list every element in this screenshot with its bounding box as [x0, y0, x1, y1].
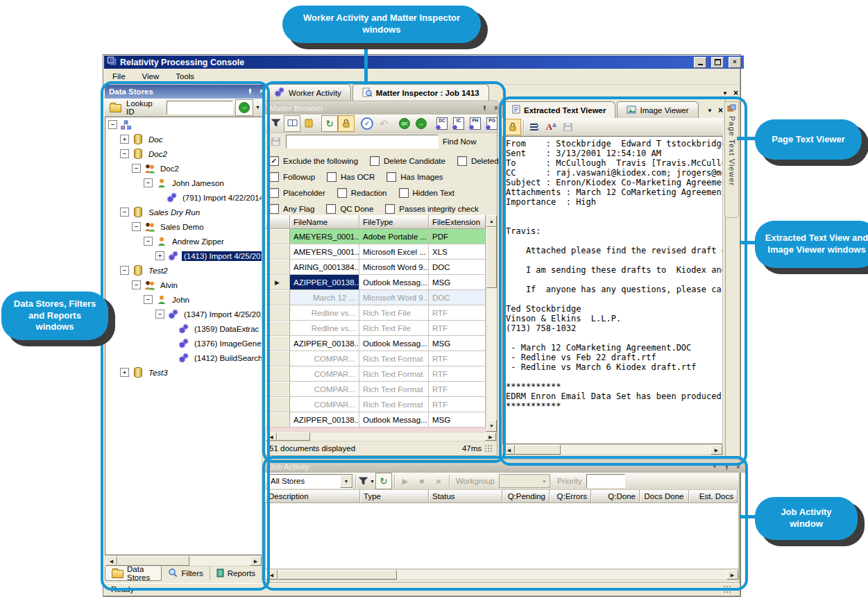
- scroll-thumb[interactable]: [486, 227, 497, 288]
- cell-filename[interactable]: COMPAR...: [290, 366, 359, 382]
- bottom-tab-filters[interactable]: Filters: [162, 566, 210, 580]
- table-row[interactable]: March 12 ...Microsoft Word 9...DOC: [265, 290, 486, 305]
- cell-filetype[interactable]: Outlook Messag...: [359, 336, 429, 351]
- table-row[interactable]: COMPAR...Rich Text FormatRTF: [265, 397, 486, 412]
- collapse-icon[interactable]: −: [144, 237, 153, 246]
- cell-filetype[interactable]: Microsoft Word 9...: [359, 260, 429, 275]
- tree-item--1376-imagegene[interactable]: (1376) ImageGene: [105, 336, 262, 351]
- cell-filename[interactable]: AMEYERS_0001...: [290, 229, 359, 244]
- open-store-button[interactable]: [107, 99, 124, 116]
- scroll-left-icon[interactable]: ◀: [266, 570, 278, 580]
- cell-filetype[interactable]: Rich Text Format: [359, 382, 429, 397]
- checkbox-box[interactable]: [327, 172, 337, 182]
- job-column-header-q-pending[interactable]: Q:Pending: [502, 490, 550, 503]
- collapse-icon[interactable]: −: [120, 208, 129, 217]
- checkbox-box[interactable]: [269, 204, 279, 214]
- checkbox-passes-integrity-check[interactable]: Passes integrity check: [385, 204, 478, 214]
- pin-icon[interactable]: [479, 104, 489, 113]
- cell-filename[interactable]: AZIPPER_00138...: [290, 336, 359, 351]
- checkbox-qc-done[interactable]: QC Done: [326, 204, 373, 214]
- row-header[interactable]: [265, 244, 290, 260]
- row-header[interactable]: [265, 382, 290, 397]
- tree-item--1412-buildsearch[interactable]: (1412) BuildSearch: [105, 351, 262, 365]
- qc-button[interactable]: QC: [396, 115, 413, 132]
- cell-filetype[interactable]: Rich Text Format: [359, 351, 429, 366]
- scroll-up-icon[interactable]: ▲: [486, 215, 497, 227]
- checkbox-any-flag[interactable]: Any Flag: [269, 204, 314, 214]
- job-column-header-q-done[interactable]: Q:Done: [591, 490, 640, 503]
- cell-fileextension[interactable]: RTF: [429, 382, 486, 397]
- tree-item-andrew-zipper[interactable]: −Andrew Zipper: [105, 234, 262, 248]
- chevron-down-icon[interactable]: ▼: [722, 90, 728, 96]
- lock-button[interactable]: [338, 115, 355, 132]
- cell-fileextension[interactable]: RTF: [429, 305, 486, 321]
- extracted-text-area[interactable]: From : Stockbridge Edward T tstockbridge…: [502, 136, 723, 444]
- checkbox-redaction[interactable]: Redaction: [337, 188, 387, 198]
- tab-matter-inspector-job-1413[interactable]: Matter Inspector : Job 1413: [352, 84, 489, 101]
- checkbox-box[interactable]: [326, 204, 336, 214]
- store-filter-combobox[interactable]: All Stores ▼: [267, 474, 353, 489]
- cell-fileextension[interactable]: XLS: [429, 244, 486, 260]
- close-icon[interactable]: ×: [733, 88, 738, 98]
- cell-filename[interactable]: COMPAR...: [290, 397, 359, 412]
- expand-icon[interactable]: +: [120, 368, 129, 377]
- start-job-button[interactable]: ▶: [397, 473, 414, 489]
- tree-item-doc2[interactable]: −Doc2: [105, 146, 262, 161]
- minimize-button[interactable]: [694, 57, 706, 68]
- cell-filetype[interactable]: Microsoft Excel ...: [359, 244, 429, 260]
- menu-item-file[interactable]: File: [104, 69, 134, 83]
- checkbox-placeholder[interactable]: Placeholder: [269, 188, 325, 198]
- cell-filetype[interactable]: Rich Text Format: [359, 366, 429, 382]
- tree-item-sales-dry-run[interactable]: −Sales Dry Run: [105, 205, 262, 219]
- title-bar[interactable]: Relativity Processing Console ×: [104, 56, 744, 69]
- refresh-button[interactable]: ↻: [321, 115, 338, 132]
- cell-fileextension[interactable]: MSG: [429, 412, 486, 428]
- checkbox-box[interactable]: [399, 188, 409, 198]
- table-row[interactable]: ARING_0001384...Microsoft Word 9...DOC: [265, 260, 486, 275]
- grid-vscrollbar[interactable]: ▲ ▼: [486, 215, 497, 432]
- scroll-down-icon[interactable]: ▼: [486, 420, 497, 432]
- scroll-right-icon[interactable]: ▶: [710, 445, 722, 455]
- job-column-header-q-errors[interactable]: Q:Errors: [550, 490, 591, 503]
- tab-image-viewer[interactable]: Image Viewer: [617, 101, 698, 118]
- row-header[interactable]: [265, 351, 290, 366]
- checkbox-exclude-the-following[interactable]: ✓Exclude the following: [269, 156, 358, 166]
- scroll-left-icon[interactable]: ◀: [105, 556, 117, 566]
- checkbox-has-images[interactable]: Has Images: [386, 172, 443, 182]
- column-header-filetype[interactable]: FileType: [359, 215, 429, 229]
- priority-input[interactable]: [586, 474, 625, 488]
- resize-grip[interactable]: [723, 585, 731, 593]
- lookup-input[interactable]: [167, 101, 233, 115]
- tree-item-sales-demo[interactable]: −Sales Demo: [105, 219, 262, 234]
- viewer-hscrollbar[interactable]: ◀ ▶: [502, 444, 723, 455]
- tree-item-test2[interactable]: −Test2: [105, 263, 262, 278]
- table-row[interactable]: AMEYERS_0001...Microsoft Excel ...XLS: [265, 244, 486, 260]
- job-column-header-description[interactable]: Description: [265, 490, 360, 503]
- tree-item-alvin[interactable]: −Alvin: [105, 278, 262, 292]
- checkbox-has-ocr[interactable]: Has OCR: [327, 172, 375, 182]
- cell-filetype[interactable]: Outlook Messag...: [359, 275, 429, 290]
- cell-fileextension[interactable]: DOC: [429, 290, 486, 305]
- cell-fileextension[interactable]: PDF: [429, 229, 486, 244]
- tree-item-john-jameson[interactable]: −John Jameson: [105, 176, 262, 190]
- cell-fileextension[interactable]: RTF: [429, 351, 486, 366]
- tree-item--1347-import-4-25-201[interactable]: −(1347) Import 4/25/201: [105, 307, 262, 321]
- row-header[interactable]: [265, 321, 290, 336]
- lookup-go-button[interactable]: →: [235, 99, 253, 116]
- cell-filename[interactable]: AZIPPER_00138...: [290, 412, 359, 428]
- scroll-thumb[interactable]: [117, 556, 189, 566]
- resize-grip[interactable]: [484, 444, 493, 453]
- maximize-button[interactable]: [711, 57, 724, 68]
- stop-job-button[interactable]: ■: [414, 473, 430, 489]
- cell-filename[interactable]: March 12 ...: [290, 290, 359, 305]
- scroll-left-icon[interactable]: ◀: [503, 445, 515, 455]
- tab-worker-activity[interactable]: Worker Activity: [264, 84, 351, 101]
- tree-item-john[interactable]: −John: [105, 292, 262, 307]
- collapse-icon[interactable]: −: [132, 222, 141, 231]
- zip-button[interactable]: [300, 115, 317, 132]
- cancel-job-button[interactable]: ×: [430, 473, 447, 489]
- font-button[interactable]: Aa: [543, 119, 559, 135]
- bottom-tab-reports[interactable]: Reports: [210, 566, 262, 580]
- cell-filename[interactable]: Redline vs...: [290, 305, 359, 321]
- ph-job-button[interactable]: PH: [467, 115, 484, 132]
